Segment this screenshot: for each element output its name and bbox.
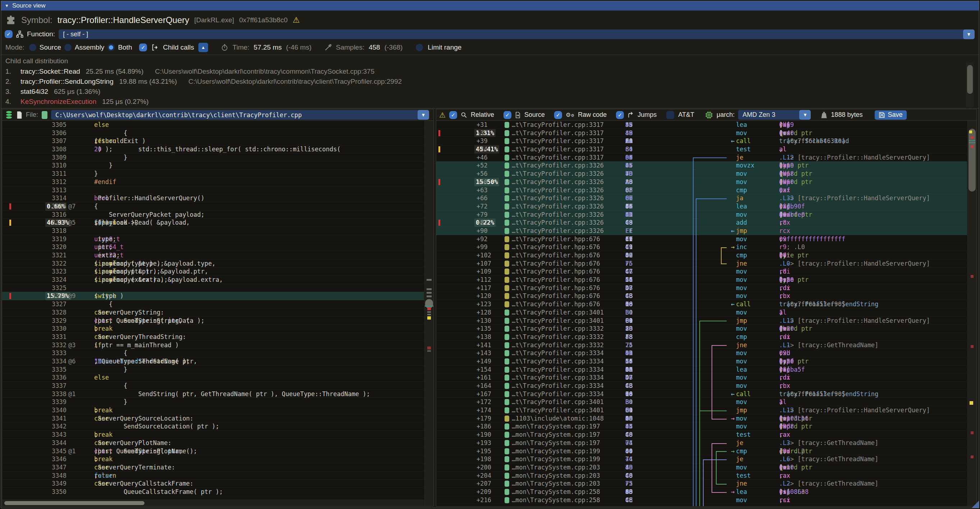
assembly-line[interactable]: +56…t\TracyProfiler.cpp:3326488B7D98movr…	[436, 170, 967, 178]
assembly-line[interactable]: +216…mon\TracySystem.cpp:258488BCEmovrcx…	[436, 496, 967, 504]
source-line[interactable]: 3348 return false;	[2, 472, 424, 480]
chevron-down-icon[interactable]: ▼	[799, 110, 811, 120]
source-line[interactable]: 3342 SendSourceLocation( ptr );	[2, 422, 424, 431]
radio-icon[interactable]	[107, 43, 115, 51]
source-line[interactable]: 3313	[2, 186, 424, 194]
source-line[interactable]: 3333 {	[2, 349, 424, 357]
assembly-line[interactable]: +128…t\TracyProfiler.cpp:3401B001moval, …	[436, 309, 967, 317]
child-call-scrollbar[interactable]	[966, 62, 974, 108]
source-line[interactable]: 3347 case ServerQueryTerminate:	[2, 463, 424, 472]
source-line[interactable]: 3331 case ServerQueryThreadString:	[2, 333, 424, 341]
assembly-line[interactable]: +198…mon\TracySystem.cpp:199744Cje.L6 ->…	[436, 455, 967, 463]
assembly-line[interactable]: 1.31%+35…t\TracyProfiler.cpp:3317488B494…	[436, 129, 967, 137]
assembly-line[interactable]: +123…t\TracyProfiler.hpp:676E850160000←c…	[436, 300, 967, 309]
source-line[interactable]: 3325	[2, 284, 424, 292]
assembly-line[interactable]: +107…t\TracyProfiler.hpp:67675F6jne.L0 -…	[436, 259, 967, 268]
assembly-line[interactable]: +195…mon\TracySystem.cpp:199443900→cmpdw…	[436, 447, 967, 455]
assembly-line[interactable]: +99…t\TracyProfiler.hpp:67649FFC1→incr9 …	[436, 243, 967, 251]
assembly-line[interactable]: +138…t\TracyProfiler.cpp:3332483BF8cmprd…	[436, 333, 967, 341]
assembly-line[interactable]: +179…1103\include\atomic:1048488B05B63C1…	[436, 414, 967, 423]
jumps-checkbox[interactable]: ✓	[616, 111, 624, 119]
assembly-line[interactable]: +92…t\TracyProfiler.hpp:67649C7C1FFFFFFF…	[436, 235, 967, 243]
assembly-line[interactable]: +31…t\TracyProfiler.cpp:3317488D5597lear…	[436, 121, 967, 129]
source-line[interactable]: 3308 std::this_thread::sleep_for( std::c…	[2, 145, 424, 153]
source-line[interactable]: 46.93%3317@5 if( !m_sock->Read( &payload…	[2, 219, 424, 227]
source-line[interactable]: 3339 }	[2, 398, 424, 406]
collapse-triangle-icon[interactable]: ▼	[5, 3, 9, 8]
assembly-line[interactable]: +135…t\TracyProfiler.cpp:33328B4320movea…	[436, 324, 967, 333]
assembly-line[interactable]: +90…t\TracyProfiler.cpp:3326FFE1←jmprcx	[436, 227, 967, 235]
source-line[interactable]: 15.79%3326@9 switch( type )	[2, 292, 424, 300]
source-line[interactable]: 3336 else	[2, 374, 424, 382]
relative-checkbox[interactable]: ✓	[449, 111, 457, 119]
file-select[interactable]: C:\Users\wolf\Desktop\darkrl\contrib\tra…	[51, 110, 429, 120]
source-line[interactable]: 3309 }	[2, 153, 424, 162]
source-line[interactable]: 3335 }	[2, 366, 424, 374]
assembly-line[interactable]: +112…t\TracyProfiler.hpp:676C64424205Emo…	[436, 276, 967, 284]
assembly-line[interactable]: +66…t\TracyProfiler.cpp:33260F87CE060000…	[436, 194, 967, 202]
assembly-line[interactable]: +130…t\TracyProfiler.cpp:3401E9E4010000j…	[436, 317, 967, 325]
source-line[interactable]: 0.66%3315@7{	[2, 202, 424, 211]
child-calls-collapse-button[interactable]: ▲	[198, 43, 208, 52]
assembly-line[interactable]: +117…t\TracyProfiler.hpp:676488BD7movrdx…	[436, 284, 967, 292]
assembly-vertical-scrollbar[interactable]	[967, 121, 977, 506]
assembly-line[interactable]: +79…t\TracyProfiler.cpp:3326418B8C80E0BF…	[436, 211, 967, 219]
scroll-thumb[interactable]	[4, 501, 145, 505]
mode-radio-assembly[interactable]: Assembly	[64, 43, 104, 51]
source-line[interactable]: 3321 uint32_t extra;	[2, 251, 424, 259]
source-checkbox[interactable]: ✓	[503, 111, 511, 119]
assembly-line[interactable]: +193…mon\TracySystem.cpp:197740Eje.L3 ->…	[436, 439, 967, 447]
child-call-row[interactable]: 3.stat64i32625 μs (1.36%)	[5, 87, 975, 97]
assembly-line[interactable]: +154…t\TracyProfiler.cpp:33344C8D055FBA0…	[436, 366, 967, 374]
assembly-line[interactable]: +204…mon\TracySystem.cpp:2034885C0testra…	[436, 472, 967, 480]
assembly-line[interactable]: 15.50%+60…t\TracyProfiler.cpp:33268B55A0…	[436, 178, 967, 186]
child-call-row[interactable]: 2.tracy::Profiler::SendLongString19.88 m…	[5, 76, 975, 87]
assembly-line[interactable]: +207…mon\TracySystem.cpp:20375F2jne.L2 -…	[436, 480, 967, 488]
source-line[interactable]: 3330 break;	[2, 324, 424, 333]
source-line[interactable]: 3323 memcpy( &ptr, &payload.ptr, sizeof(…	[2, 267, 424, 276]
assembly-line[interactable]: +39…t\TracyProfiler.cpp:3317E824AA0000←c…	[436, 137, 967, 145]
assembly-line[interactable]: +167…t\TracyProfiler.cpp:3334E824160000←…	[436, 390, 967, 398]
assembly-line[interactable]: +186…mon\TracySystem.cpp:197448B4598movr…	[436, 422, 967, 431]
assembly-line[interactable]: +143…t\TracyProfiler.cpp:333441B90B00000…	[436, 349, 967, 357]
source-line[interactable]: 3305 else	[2, 121, 424, 129]
source-line[interactable]: 3320 uint64_t ptr;	[2, 243, 424, 251]
att-checkbox[interactable]: ✓	[666, 111, 675, 119]
source-line[interactable]: 3344 case ServerQueryPlotName:	[2, 439, 424, 447]
source-line[interactable]: 3332@3 if( ptr == m_mainThread )	[2, 341, 424, 349]
function-select[interactable]: [ - self - ] ▼	[59, 29, 975, 39]
radio-icon[interactable]	[64, 43, 72, 51]
assembly-line[interactable]: +141…t\TracyProfiler.cpp:33327524jne.L1 …	[436, 341, 967, 349]
source-line[interactable]: 3334@6 SendString( ptr, "Main thread", 1…	[2, 357, 424, 366]
source-line[interactable]: 3319 uint8_t type;	[2, 235, 424, 243]
assembly-line[interactable]: 0.22%+87…t\TracyProfiler.cpp:33264903C8a…	[436, 219, 967, 227]
assembly-line[interactable]: +120…t\TracyProfiler.hpp:676488BCBmovrcx…	[436, 292, 967, 300]
source-line[interactable]: 3329 SendString( ptr, (const char*)ptr, …	[2, 317, 424, 325]
resize-grip[interactable]	[972, 501, 979, 508]
source-line[interactable]: 3338@1 SendString( ptr, GetThreadName( p…	[2, 390, 424, 398]
source-line[interactable]: 3311}	[2, 170, 424, 178]
raw-code-checkbox[interactable]: ✓	[554, 111, 562, 119]
source-line[interactable]: 3328 case ServerQueryString:	[2, 309, 424, 317]
chevron-down-icon[interactable]: ▼	[418, 110, 429, 120]
assembly-line[interactable]: +46…t\TracyProfiler.cpp:33170F8435020000…	[436, 153, 967, 162]
assembly-line[interactable]: +190…mon\TracySystem.cpp:1974885C0testra…	[436, 431, 967, 439]
assembly-line[interactable]: +109…t\TracyProfiler.hpp:6764C8BC7movr8,…	[436, 267, 967, 276]
source-line[interactable]: 3341 case ServerQuerySourceLocation:	[2, 414, 424, 423]
source-line[interactable]: 3350 QueueCallstackFrame( ptr );	[2, 488, 424, 496]
assembly-line[interactable]: +149…t\TracyProfiler.cpp:3334C64424205Fm…	[436, 357, 967, 366]
assembly-line[interactable]: +164…t\TracyProfiler.cpp:3334488BCBmovrc…	[436, 382, 967, 390]
assembly-line[interactable]: +209…mon\TracySystem.cpp:258488D35E88610…	[436, 488, 967, 496]
source-horizontal-scrollbar[interactable]	[2, 499, 424, 506]
source-line[interactable]: 3324 memcpy( &extra, &payload.extra, siz…	[2, 276, 424, 284]
child-call-row[interactable]: 1.tracy::Socket::Read25.25 ms (54.89%)C:…	[5, 67, 975, 76]
assembly-line[interactable]: 45.41%+44…t\TracyProfiler.cpp:331784C0te…	[436, 145, 967, 153]
source-line[interactable]: 3322 memcpy( &type, &payload.type, sizeo…	[2, 259, 424, 268]
source-line[interactable]: 3343 break;	[2, 431, 424, 439]
source-line[interactable]: 3314bool Profiler::HandleServerQuery()	[2, 194, 424, 202]
assembly-line[interactable]: +161…t\TracyProfiler.cpp:3334488BD7movrd…	[436, 374, 967, 382]
source-line[interactable]: 3306 {	[2, 129, 424, 137]
assembly-line[interactable]: +174…t\TracyProfiler.cpp:3401E9B8010000j…	[436, 406, 967, 414]
source-line[interactable]: 3349 case ServerQueryCallstackFrame:	[2, 480, 424, 488]
window-title-bar[interactable]: ▼ Source view	[1, 1, 979, 11]
